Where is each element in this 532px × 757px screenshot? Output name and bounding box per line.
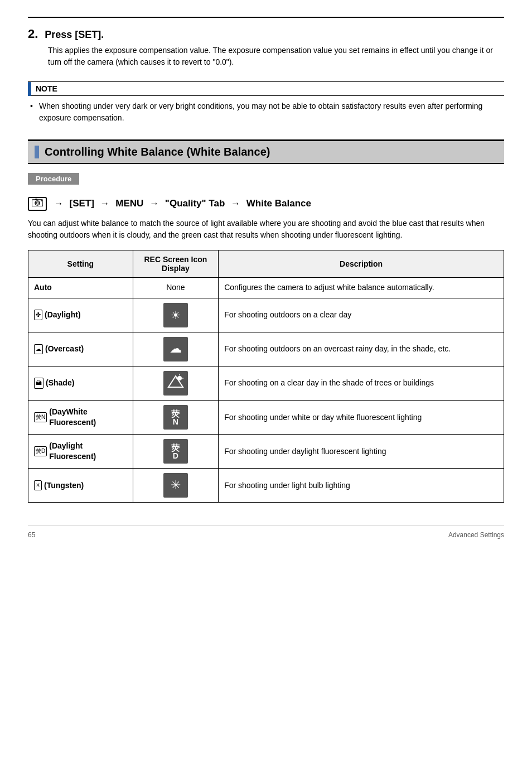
note-content: When shooting under very dark or very br…: [28, 100, 504, 124]
cam-icon-wrapper: [28, 197, 47, 211]
desc-overcast: For shooting outdoors on an overcast rai…: [219, 332, 504, 366]
table-row: 荧N (DayWhiteFluorescent) 荧 N For shootin…: [28, 401, 504, 435]
table-row: ✳ (Tungsten) ✳ For shooting under light …: [28, 469, 504, 503]
icon-overcast: ☁: [133, 332, 219, 366]
nav-arrow-4: →: [231, 198, 240, 209]
fluor-d-letter: D: [173, 452, 178, 460]
tungsten-icon-box: ✳: [163, 473, 188, 498]
fluor-d-top: 荧: [171, 443, 180, 452]
icon-auto: None: [133, 278, 219, 298]
svg-point-1: [35, 201, 40, 205]
step-section: 2. Press [SET]. This applies the exposur…: [28, 27, 504, 68]
icon-daylight: ☀: [133, 298, 219, 332]
nav-path: → [SET] → MENU → "Quality" Tab → White B…: [28, 197, 504, 211]
table-row: Auto None Configures the camera to adjus…: [28, 278, 504, 298]
daywhite-setting-icon: 荧N: [34, 412, 47, 422]
step-body: This applies the exposure compensation v…: [48, 45, 504, 68]
desc-daywhite: For shooting under white or day white fl…: [219, 401, 504, 435]
nav-arrow-2: →: [100, 198, 110, 209]
nav-wb: White Balance: [246, 198, 311, 209]
icon-shade: [133, 366, 219, 401]
desc-shade: For shooting on a clear day in the shade…: [219, 366, 504, 401]
procedure-badge: Procedure: [28, 173, 79, 185]
step-number: 2.: [28, 27, 38, 41]
table-row: 🏔 (Shade) For shooting on a clear d: [28, 366, 504, 401]
table-row: ✤ (Daylight) ☀ For shooting outdoors on …: [28, 298, 504, 332]
desc-auto: Configures the camera to adjust white ba…: [219, 278, 504, 298]
step-title: Press [SET].: [45, 29, 104, 40]
svg-rect-3: [35, 199, 37, 200]
section-label: Advanced Settings: [448, 531, 504, 539]
daylightfluor-icon-box: 荧 D: [163, 439, 188, 464]
procedure-label-wrap: Procedure: [28, 173, 504, 191]
note-item: When shooting under very dark or very br…: [30, 100, 504, 124]
setting-overcast: ☁ (Overcast): [28, 332, 133, 366]
shade-icon-box: [163, 371, 188, 396]
daylight-setting-icon: ✤: [34, 310, 42, 320]
fluor-n-letter: N: [173, 418, 178, 426]
th-description: Description: [219, 250, 504, 278]
setting-tungsten: ✳ (Tungsten): [28, 469, 133, 503]
note-list: When shooting under very dark or very br…: [30, 100, 504, 124]
nav-set: [SET]: [69, 198, 94, 209]
svg-point-4: [41, 200, 42, 201]
icon-daywhite: 荧 N: [133, 401, 219, 435]
setting-daylight: ✤ (Daylight): [28, 298, 133, 332]
cam-body: [32, 199, 43, 209]
section-header: Controlling White Balance (White Balance…: [28, 139, 504, 164]
nav-quality: "Quality" Tab: [165, 198, 225, 209]
overcast-setting-icon: ☁: [34, 344, 43, 354]
daywhite-icon-box: 荧 N: [163, 405, 188, 430]
daylightfluor-setting-icon: 荧D: [34, 446, 47, 456]
th-setting: Setting: [28, 250, 133, 278]
table-header-row: Setting REC Screen Icon Display Descript…: [28, 250, 504, 278]
nav-arrow-1: →: [54, 198, 64, 209]
setting-shade: 🏔 (Shade): [28, 366, 133, 401]
section-title: Controlling White Balance (White Balance…: [45, 146, 270, 158]
setting-daywhite: 荧N (DayWhiteFluorescent): [28, 401, 133, 435]
table-row: 荧D (DaylightFluorescent) 荧 D For shootin…: [28, 435, 504, 469]
desc-daylightfluor: For shooting under daylight fluorescent …: [219, 435, 504, 469]
table-row: ☁ (Overcast) ☁ For shooting outdoors on …: [28, 332, 504, 366]
note-label: NOTE: [31, 82, 504, 96]
svg-point-6: [177, 376, 182, 380]
overcast-icon-box: ☁: [163, 337, 188, 361]
icon-tungsten: ✳: [133, 469, 219, 503]
setting-daylightfluor: 荧D (DaylightFluorescent): [28, 435, 133, 469]
shade-setting-icon: 🏔: [34, 378, 43, 388]
desc-tungsten: For shooting under light bulb lighting: [219, 469, 504, 503]
tungsten-setting-icon: ✳: [34, 480, 42, 490]
note-bar: NOTE: [28, 81, 504, 96]
nav-menu: MENU: [115, 198, 143, 209]
camera-svg-icon: [32, 199, 43, 206]
th-icon: REC Screen Icon Display: [133, 250, 219, 278]
page-number: 65: [28, 531, 35, 539]
shade-svg-icon: [166, 374, 185, 393]
note-section: NOTE When shooting under very dark or ve…: [28, 81, 504, 124]
section-header-bar: [35, 146, 39, 158]
description-text: You can adjust white balance to match th…: [28, 218, 504, 241]
icon-daylightfluor: 荧 D: [133, 435, 219, 469]
fluor-n-top: 荧: [171, 409, 180, 418]
footer: 65 Advanced Settings: [28, 525, 504, 539]
setting-auto: Auto: [28, 278, 133, 298]
desc-daylight: For shooting outdoors on a clear day: [219, 298, 504, 332]
daylight-icon-box: ☀: [163, 303, 188, 327]
svg-point-2: [36, 202, 38, 204]
white-balance-table: Setting REC Screen Icon Display Descript…: [28, 250, 504, 503]
nav-arrow-3: →: [149, 198, 159, 209]
